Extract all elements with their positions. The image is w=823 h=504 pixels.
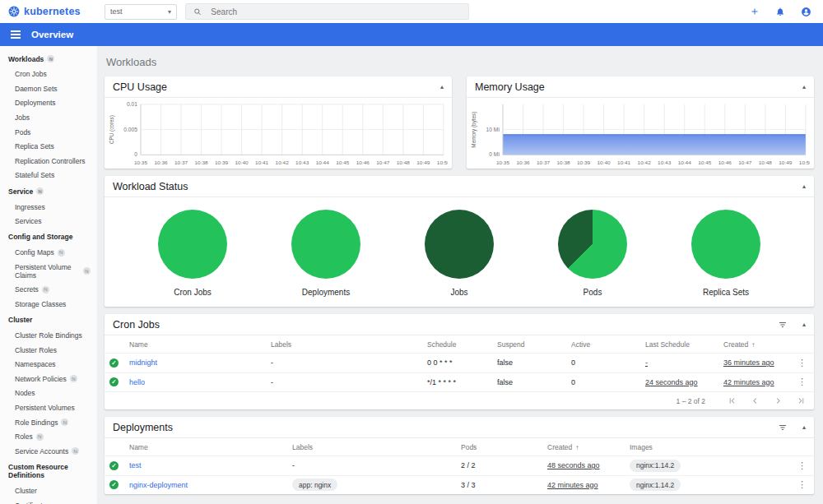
status-ok-icon: ✓ xyxy=(109,480,119,489)
sidebar-label: Service xyxy=(8,187,33,196)
sidebar-item-stateful-sets[interactable]: Stateful Sets xyxy=(0,169,97,183)
sidebar-item-config-maps[interactable]: Config MapsN xyxy=(0,245,97,260)
column-header-pods[interactable]: Pods xyxy=(461,443,547,451)
svg-text:10:40: 10:40 xyxy=(235,160,249,165)
sidebar-label: Service Accounts xyxy=(15,447,68,455)
filter-icon[interactable] xyxy=(778,320,788,330)
collapse-caret-icon[interactable]: ▴ xyxy=(802,423,806,431)
sidebar-item-jobs[interactable]: Jobs xyxy=(0,110,97,125)
sidebar-section-service[interactable]: ServiceN xyxy=(0,183,97,200)
collapse-caret-icon[interactable]: ▴ xyxy=(802,83,806,90)
actions-cell: ⋮ xyxy=(794,460,814,471)
svg-text:10:42: 10:42 xyxy=(638,160,652,165)
sidebar-section-config-and-storage[interactable]: Config and Storage xyxy=(0,229,97,246)
collapse-caret-icon[interactable]: ▴ xyxy=(802,321,806,328)
first-page-button[interactable] xyxy=(728,396,737,405)
sidebar-item-persistent-volumes[interactable]: Persistent Volumes xyxy=(0,400,97,415)
svg-text:10:50: 10:50 xyxy=(799,160,810,165)
filter-icon[interactable] xyxy=(778,423,788,432)
pie-chart-replica-sets xyxy=(691,210,760,279)
relative-time: - xyxy=(645,358,648,367)
sidebar-item-cluster-roles[interactable]: Cluster Roles xyxy=(0,343,97,358)
svg-text:10:39: 10:39 xyxy=(577,160,591,165)
status-cell: ✓ xyxy=(105,461,129,470)
column-header-labels[interactable]: Labels xyxy=(271,340,427,349)
pie-chart-deployments xyxy=(291,210,360,279)
home-logo-link[interactable]: kubernetes xyxy=(0,6,97,17)
resource-link[interactable]: midnight xyxy=(129,358,157,367)
sidebar-item-nodes[interactable]: Nodes xyxy=(0,386,97,401)
chevron-left-icon xyxy=(751,396,760,405)
sidebar-item-namespaces[interactable]: Namespaces xyxy=(0,358,97,372)
deployments-title: Deployments xyxy=(113,422,173,433)
sidebar-section-custom-resource-definitions[interactable]: Custom Resource Definitions xyxy=(0,459,97,484)
sidebar-label: Config and Storage xyxy=(8,233,72,241)
column-header-created[interactable]: Created↑ xyxy=(547,443,630,451)
sidebar-label: Ingresses xyxy=(15,203,45,211)
sidebar-item-certificate[interactable]: Certificate xyxy=(0,498,97,504)
sidebar-item-service-accounts[interactable]: Service AccountsN xyxy=(0,444,97,459)
column-header-labels[interactable]: Labels xyxy=(292,443,461,451)
sidebar-item-ingresses[interactable]: Ingresses xyxy=(0,200,97,215)
sidebar-item-replica-sets[interactable]: Replica Sets xyxy=(0,139,97,154)
sidebar-item-replication-controllers[interactable]: Replication Controllers xyxy=(0,154,97,169)
pie-label: Replica Sets xyxy=(686,288,765,297)
column-header-active[interactable]: Active xyxy=(571,340,645,349)
sidebar-section-workloads[interactable]: WorkloadsN xyxy=(0,50,97,67)
pie-chart-jobs xyxy=(425,210,494,279)
row-actions-menu-icon[interactable]: ⋮ xyxy=(794,358,810,368)
column-header-images[interactable]: Images xyxy=(630,443,794,451)
suspend-cell: false xyxy=(497,358,571,367)
sidebar-label: Storage Classes xyxy=(15,300,66,308)
sort-ascending-icon: ↑ xyxy=(751,341,755,349)
next-page-button[interactable] xyxy=(774,396,783,405)
name-cell: test xyxy=(129,461,292,469)
sidebar-item-storage-classes[interactable]: Storage Classes xyxy=(0,297,97,312)
namespaced-badge-icon: N xyxy=(36,433,44,441)
row-actions-menu-icon[interactable]: ⋮ xyxy=(794,479,810,489)
row-actions-menu-icon[interactable]: ⋮ xyxy=(794,377,810,386)
sidebar-item-secrets[interactable]: SecretsN xyxy=(0,283,97,298)
sidebar-item-deployments[interactable]: Deployments xyxy=(0,96,97,111)
sidebar-label: Custom Resource Definitions xyxy=(8,463,91,479)
column-header-name[interactable]: Name xyxy=(129,443,292,451)
sidebar-nav: WorkloadsNCron JobsDaemon SetsDeployment… xyxy=(0,46,97,504)
created-cell: 42 minutes ago xyxy=(723,378,794,386)
notifications-button[interactable] xyxy=(775,7,785,16)
resource-link[interactable]: nginx-deployment xyxy=(129,481,188,489)
menu-hamburger-icon[interactable] xyxy=(11,30,21,39)
sidebar-item-pods[interactable]: Pods xyxy=(0,125,97,140)
sidebar-item-cron-jobs[interactable]: Cron Jobs xyxy=(0,67,97,82)
search-bar[interactable] xyxy=(185,3,469,20)
collapse-caret-icon[interactable]: ▴ xyxy=(802,183,806,190)
last-page-button[interactable] xyxy=(797,396,806,405)
sidebar-section-cluster[interactable]: Cluster xyxy=(0,312,97,329)
column-header-suspend[interactable]: Suspend xyxy=(497,340,571,349)
column-header-last-schedule[interactable]: Last Schedule xyxy=(645,340,723,349)
column-header-schedule[interactable]: Schedule xyxy=(427,340,497,349)
sidebar-item-network-policies[interactable]: Network PoliciesN xyxy=(0,372,97,386)
deployments-table-header: NameLabelsPodsCreated↑Images xyxy=(105,438,814,455)
sidebar-item-roles[interactable]: RolesN xyxy=(0,429,97,444)
workload-pie-cron-jobs: Cron Jobs xyxy=(153,210,232,297)
sidebar-item-cluster-role-bindings[interactable]: Cluster Role Bindings xyxy=(0,328,97,343)
labels-cell: - xyxy=(271,358,427,367)
column-header-created[interactable]: Created↑ xyxy=(723,340,794,349)
row-actions-menu-icon[interactable]: ⋮ xyxy=(794,460,810,470)
search-input[interactable] xyxy=(209,7,461,17)
previous-page-button[interactable] xyxy=(751,396,760,405)
collapse-caret-icon[interactable]: ▴ xyxy=(440,83,444,90)
sidebar-item-persistent-volume-claims[interactable]: Persistent Volume ClaimsN xyxy=(0,260,97,283)
namespace-selector[interactable]: test ▾ xyxy=(105,4,177,20)
column-header-name[interactable]: Name xyxy=(129,340,271,349)
images-cell: nginx:1.14.2 xyxy=(630,479,794,491)
resource-link[interactable]: hello xyxy=(129,378,145,386)
active-cell: 0 xyxy=(571,378,645,386)
sidebar-item-role-bindings[interactable]: Role BindingsN xyxy=(0,415,97,430)
sidebar-item-daemon-sets[interactable]: Daemon Sets xyxy=(0,81,97,96)
user-account-button[interactable] xyxy=(801,7,811,17)
create-resource-button[interactable] xyxy=(750,7,760,16)
sidebar-item-services[interactable]: Services xyxy=(0,214,97,229)
sidebar-item-cluster[interactable]: Cluster xyxy=(0,483,97,498)
resource-link[interactable]: test xyxy=(129,461,142,469)
